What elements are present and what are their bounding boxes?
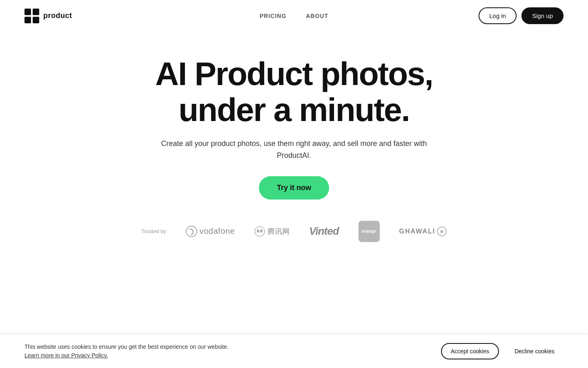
cookie-banner: This website uses cookies to ensure you … [0,334,588,368]
main-nav: PRICING ABOUT [260,13,328,19]
ghawali-emblem [437,227,447,236]
hero-subtitle: Create all your product photos, use them… [151,138,437,162]
svg-point-5 [255,227,265,236]
ghawali-text: GHAWALI [399,228,436,235]
cookie-message: This website uses cookies to ensure you … [24,343,229,360]
hero-section: AI Product photos, under a minute. Creat… [0,31,588,258]
nav-pricing[interactable]: PRICING [260,13,286,19]
trusted-by-section: Trusted by vodafone 腾讯网 Vinted oran [8,221,580,242]
header: product PRICING ABOUT Log in Sign up [0,0,588,31]
vodafone-logo: vodafone [186,226,235,237]
orange-logo: orange [359,221,380,242]
svg-point-6 [257,229,259,233]
cookie-message-text: This website uses cookies to ensure you … [24,343,229,350]
cookie-buttons: Accept cookies Decline cookies [441,343,564,359]
vodafone-text: vodafone [200,227,235,236]
vinted-logo: Vinted [309,225,339,238]
logo-text: product [43,11,72,20]
orange-text: orange [361,229,376,234]
decline-cookies-button[interactable]: Decline cookies [506,344,564,359]
trusted-label: Trusted by [141,228,166,234]
try-it-now-button[interactable]: Try it now [259,176,329,200]
svg-marker-8 [439,229,444,234]
auth-buttons: Log in Sign up [479,7,564,24]
nav-about[interactable]: ABOUT [306,13,328,19]
ghawali-emblem-icon [439,229,445,234]
tencent-logo: 腾讯网 [254,226,290,237]
privacy-policy-link[interactable]: Learn more in our Privacy Policy. [24,352,108,359]
tencent-icon [254,226,265,237]
login-button[interactable]: Log in [479,7,517,24]
tencent-text: 腾讯网 [267,227,290,236]
logo[interactable]: product [24,9,72,23]
accept-cookies-button[interactable]: Accept cookies [441,343,499,359]
hero-title: AI Product photos, under a minute. [110,56,478,128]
orange-box: orange [359,221,380,242]
svg-rect-2 [24,17,31,23]
svg-rect-1 [33,9,39,15]
svg-point-7 [260,229,263,233]
svg-rect-3 [33,17,39,23]
svg-point-4 [186,226,197,237]
ghawali-logo: GHAWALI [399,227,447,236]
signup-button[interactable]: Sign up [521,7,564,24]
logo-icon [24,9,39,23]
vinted-text: Vinted [309,225,339,238]
svg-rect-0 [24,9,31,15]
vodafone-icon [186,226,197,237]
